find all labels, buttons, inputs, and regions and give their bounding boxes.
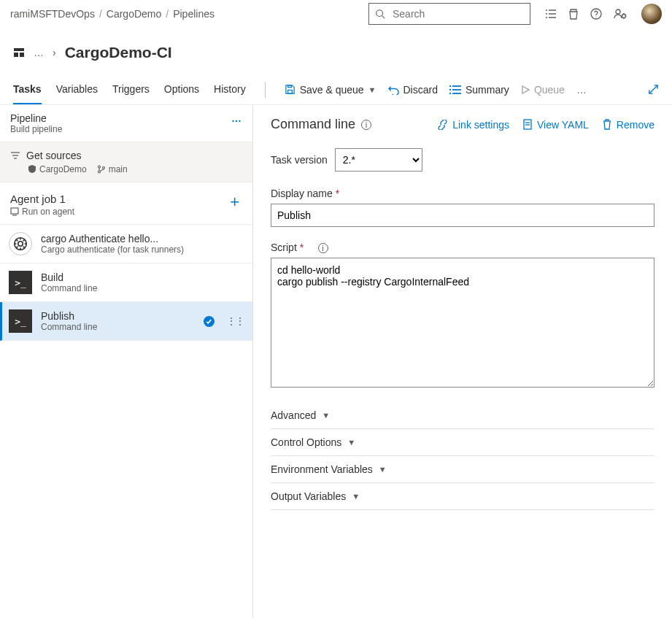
undo-icon [388,84,399,95]
view-yaml-button[interactable]: View YAML [522,119,589,131]
section-output-variables[interactable]: Output Variables▼ [271,483,654,510]
get-sources-title: Get sources [26,150,81,161]
chevron-down-icon: ▼ [368,85,376,94]
svg-point-10 [616,9,620,14]
user-settings-icon[interactable] [614,8,627,20]
svg-rect-16 [287,85,291,88]
tab-history[interactable]: History [214,74,246,104]
queue-button: Queue [521,84,565,96]
info-icon[interactable]: i [361,120,371,130]
pipeline-subtitle: Build pipeline [10,124,242,134]
get-sources-block[interactable]: Get sources CargoDemo main [0,142,252,182]
yaml-icon [522,119,533,130]
section-control-options[interactable]: Control Options▼ [271,429,654,456]
tabs: Tasks Variables Triggers Options History [13,74,246,104]
link-icon [437,120,448,130]
pipeline-menu[interactable]: … [231,112,244,124]
svg-point-32 [18,242,23,246]
task-subtitle: Command line [41,322,97,332]
fullscreen-icon[interactable] [648,84,659,95]
svg-rect-13 [14,53,18,57]
task-item-publish[interactable]: >_ Publish Command line ⋮⋮ [0,302,252,341]
trash-icon [602,119,612,130]
info-icon[interactable]: i [318,243,328,253]
add-task-button[interactable]: + [230,193,239,212]
chevron-down-icon: ▼ [347,438,355,447]
branch-icon [97,165,106,174]
svg-rect-29 [11,208,18,214]
task-name: Build [41,271,97,283]
agent-job-title: Agent job 1 [10,193,242,205]
svg-line-1 [382,16,385,19]
svg-point-28 [102,167,104,169]
play-icon [521,85,530,94]
discard-button[interactable]: Discard [388,84,438,96]
pipeline-block[interactable]: Pipeline Build pipeline … [0,105,252,142]
repo-icon [28,165,36,174]
sources-filter-icon [10,151,20,160]
section-advanced[interactable]: Advanced▼ [271,402,654,429]
tab-variables[interactable]: Variables [56,74,98,104]
panel-title: Command line i [271,117,371,132]
breadcrumb-project[interactable]: CargoDemo [107,8,161,20]
chevron-down-icon: ▼ [322,411,330,420]
agent-job-subtitle: Run on agent [22,207,74,217]
avatar[interactable] [641,4,662,24]
chevron-down-icon: ▼ [352,492,360,501]
task-subtitle: Command line [41,283,97,293]
summary-button[interactable]: Summary [449,84,509,96]
svg-rect-12 [14,48,24,51]
page-title: CargoDemo-CI [65,44,172,61]
svg-rect-14 [20,53,24,57]
section-environment-variables[interactable]: Environment Variables▼ [271,456,654,483]
task-item-cargo-authenticate[interactable]: cargo Authenticate hello... Cargo authen… [0,225,252,263]
display-name-label: Display name * [271,188,654,199]
task-name: Publish [41,310,97,322]
display-name-input[interactable] [271,204,654,227]
save-icon [285,84,296,95]
chevron-right-icon: › [53,47,56,58]
save-and-queue-button[interactable]: Save & queue ▼ [285,84,376,96]
pipeline-title: Pipeline [10,112,242,124]
breadcrumb-org[interactable]: ramiMSFTDevOps [10,8,95,20]
tab-triggers[interactable]: Triggers [112,74,150,104]
agent-icon [10,207,19,216]
task-version-label: Task version [271,154,328,166]
tab-tasks[interactable]: Tasks [13,74,42,104]
task-version-select[interactable]: 2.* [335,148,422,172]
link-settings-button[interactable]: Link settings [437,119,509,131]
script-input[interactable] [271,258,654,388]
breadcrumb-area[interactable]: Pipelines [173,8,215,20]
marketplace-icon[interactable] [568,8,579,20]
pipeline-icon [13,47,25,58]
search-input[interactable] [391,7,524,20]
repo-name: CargoDemo [28,164,87,174]
drag-handle-icon[interactable]: ⋮⋮ [226,315,244,327]
cli-icon: >_ [9,271,32,294]
search-icon [375,9,385,19]
svg-point-9 [595,16,596,17]
task-status-ok-icon [204,315,215,328]
agent-job-block[interactable]: Agent job 1 Run on agent + [0,182,252,225]
tab-options[interactable]: Options [164,74,199,104]
svg-point-26 [98,166,100,168]
branch-name: main [97,164,128,174]
breadcrumb-sep: / [166,8,169,20]
breadcrumb: ramiMSFTDevOps / CargoDemo / Pipelines [10,8,215,20]
help-icon[interactable] [590,8,602,20]
script-label: Script * i [271,242,654,253]
task-name: cargo Authenticate hello... [41,233,184,244]
work-items-icon[interactable] [545,8,557,20]
task-item-build[interactable]: >_ Build Command line [0,263,252,302]
summary-icon [449,85,461,95]
search-box[interactable] [368,3,530,25]
task-subtitle: Cargo authenticate (for task runners) [41,244,184,255]
pipeline-breadcrumb-more[interactable]: … [34,47,44,58]
svg-point-27 [98,171,100,173]
svg-point-0 [376,10,383,17]
svg-rect-15 [287,90,292,93]
breadcrumb-sep: / [99,8,102,20]
toolbar-more[interactable]: … [576,84,589,96]
remove-button[interactable]: Remove [602,119,654,131]
cargo-icon [9,232,32,255]
